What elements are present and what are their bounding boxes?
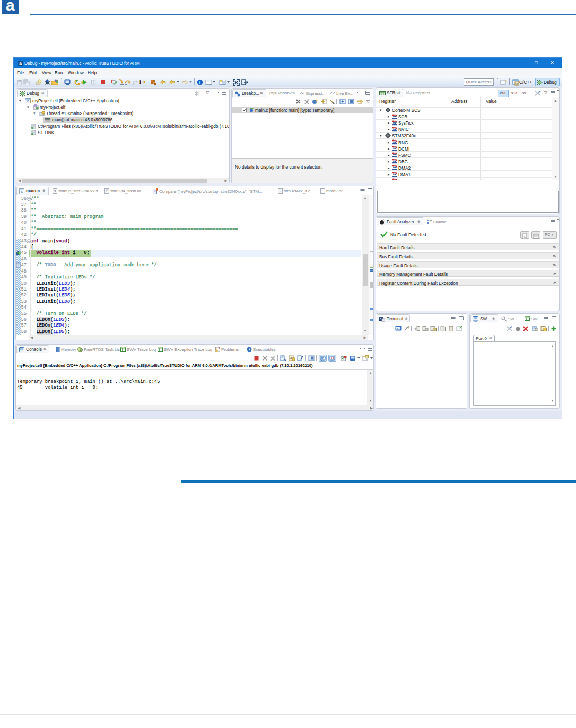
svg-text:c: c (524, 235, 526, 238)
svg-text:c: c (280, 190, 281, 193)
svg-text:i: i (139, 79, 141, 85)
svg-text:c: c (516, 82, 518, 85)
svg-text:S: S (54, 190, 56, 193)
